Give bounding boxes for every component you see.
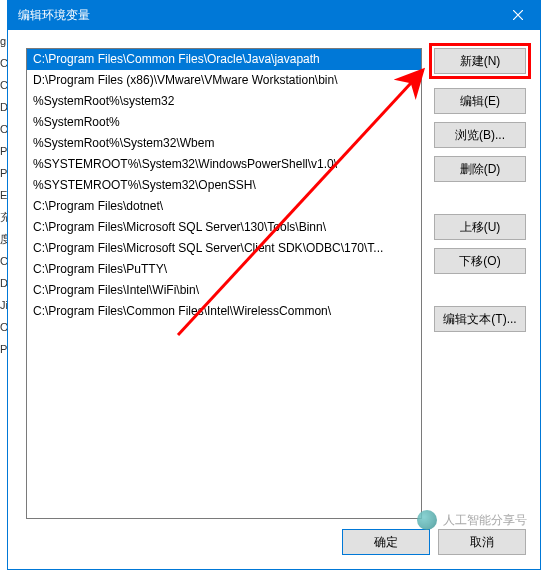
list-item[interactable]: %SystemRoot% — [27, 112, 421, 133]
edit-text-button[interactable]: 编辑文本(T)... — [434, 306, 526, 332]
path-listbox[interactable]: C:\Program Files\Common Files\Oracle\Jav… — [26, 48, 422, 519]
list-item[interactable]: D:\Program Files (x86)\VMware\VMware Wor… — [27, 70, 421, 91]
list-item[interactable]: C:\Program Files\Microsoft SQL Server\13… — [27, 217, 421, 238]
main-row: C:\Program Files\Common Files\Oracle\Jav… — [26, 48, 526, 519]
list-item[interactable]: C:\Program Files\Microsoft SQL Server\Cl… — [27, 238, 421, 259]
watermark-icon — [417, 510, 437, 530]
list-item[interactable]: C:\Program Files\Common Files\Intel\Wire… — [27, 301, 421, 322]
cancel-button[interactable]: 取消 — [438, 529, 526, 555]
ok-button[interactable]: 确定 — [342, 529, 430, 555]
move-up-button[interactable]: 上移(U) — [434, 214, 526, 240]
titlebar-text: 编辑环境变量 — [18, 7, 495, 24]
edit-button[interactable]: 编辑(E) — [434, 88, 526, 114]
close-button[interactable] — [495, 0, 540, 30]
list-item[interactable]: C:\Program Files\Common Files\Oracle\Jav… — [27, 49, 421, 70]
new-button[interactable]: 新建(N) — [434, 48, 526, 74]
button-column: 新建(N) 编辑(E) 浏览(B)... 删除(D) 上移(U) 下移(O) 编… — [434, 48, 526, 519]
delete-button[interactable]: 删除(D) — [434, 156, 526, 182]
dialog-content: C:\Program Files\Common Files\Oracle\Jav… — [8, 30, 540, 569]
titlebar: 编辑环境变量 — [8, 0, 540, 30]
browse-button[interactable]: 浏览(B)... — [434, 122, 526, 148]
list-item[interactable]: %SystemRoot%\System32\Wbem — [27, 133, 421, 154]
list-item[interactable]: C:\Program Files\PuTTY\ — [27, 259, 421, 280]
watermark: 人工智能分享号 — [417, 510, 527, 530]
list-item[interactable]: C:\Program Files\Intel\WiFi\bin\ — [27, 280, 421, 301]
move-down-button[interactable]: 下移(O) — [434, 248, 526, 274]
watermark-text: 人工智能分享号 — [443, 512, 527, 529]
list-item[interactable]: %SYSTEMROOT%\System32\OpenSSH\ — [27, 175, 421, 196]
env-var-dialog: 编辑环境变量 C:\Program Files\Common Files\Ora… — [7, 0, 541, 570]
close-icon — [513, 10, 523, 20]
list-item[interactable]: %SystemRoot%\system32 — [27, 91, 421, 112]
list-item[interactable]: %SYSTEMROOT%\System32\WindowsPowerShell\… — [27, 154, 421, 175]
list-item[interactable]: C:\Program Files\dotnet\ — [27, 196, 421, 217]
